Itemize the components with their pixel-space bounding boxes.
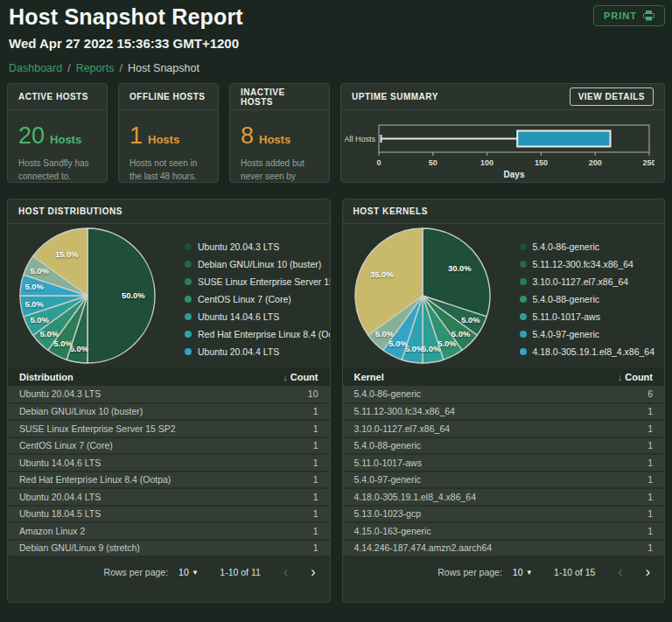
svg-text:150: 150 xyxy=(535,158,548,167)
card-title: ACTIVE HOSTS xyxy=(8,84,107,110)
legend-color-dot xyxy=(185,261,192,268)
legend-label: 5.4.0-88-generic xyxy=(533,294,599,304)
offline-hosts-card: OFFLINE HOSTS 1 Hosts Hosts not seen in … xyxy=(118,83,219,183)
row-name-cell: Ubuntu 18.04.5 LTS xyxy=(8,506,251,523)
legend-label: 5.11.0-1017-aws xyxy=(533,311,600,322)
row-count-cell: 1 xyxy=(585,420,664,437)
row-count-cell: 1 xyxy=(585,506,664,523)
row-count-cell: 1 xyxy=(251,540,330,557)
active-hosts-card: ACTIVE HOSTS 20 Hosts Hosts Sandfly has … xyxy=(7,83,108,183)
row-name-cell: Amazon Linux 2 xyxy=(8,522,251,540)
card-description: Hosts Sandfly has connected to. xyxy=(18,157,96,183)
page-range: 1-10 of 11 xyxy=(220,567,261,577)
legend-label: 5.11.12-300.fc34.x86_64 xyxy=(533,259,634,269)
report-panels: HOST DISTRIBUTIONS 50.0%5.0%5.0%5.0%5.0%… xyxy=(7,199,665,603)
table-row: Red Hat Enterprise Linux 8.4 (Ootpa)1 xyxy=(8,472,330,489)
table-row: 5.4.0-88-generic1 xyxy=(343,437,665,455)
kernels-legend: 5.4.0-86-generic5.11.12-300.fc34.x86_643… xyxy=(520,238,655,367)
svg-text:5.0%: 5.0% xyxy=(438,339,457,348)
breadcrumb-separator: / xyxy=(67,62,70,74)
card-description: Hosts added but never seen by Sandfly. xyxy=(241,157,318,183)
sort-descending-icon: ↓ xyxy=(283,372,288,382)
row-count-cell: 6 xyxy=(585,386,664,403)
rows-per-page-label: Rows per page: xyxy=(104,567,169,577)
legend-color-dot xyxy=(185,348,192,355)
svg-text:50: 50 xyxy=(429,158,438,167)
table-row: 4.18.0-305.19.1.el8_4.x86_641 xyxy=(343,488,665,506)
row-count-cell: 1 xyxy=(585,522,664,540)
table-row: 5.4.0-97-generic1 xyxy=(343,472,665,489)
svg-text:5.0%: 5.0% xyxy=(461,316,480,325)
legend-label: SUSE Linux Enterprise Server 15 SP2 xyxy=(198,276,331,287)
row-count-cell: 1 xyxy=(251,472,330,489)
column-header-kernel[interactable]: Kernel xyxy=(343,367,586,386)
row-count-cell: 1 xyxy=(585,472,664,489)
rows-per-page-select[interactable]: 10 ▾ xyxy=(178,567,197,577)
breadcrumb-link-reports[interactable]: Reports xyxy=(76,62,115,74)
report-date: Wed Apr 27 2022 15:36:33 GMT+1200 xyxy=(9,36,663,51)
svg-text:50.0%: 50.0% xyxy=(122,291,145,300)
next-page-button[interactable]: › xyxy=(311,565,315,579)
svg-text:Days: Days xyxy=(504,170,525,179)
svg-text:100: 100 xyxy=(480,158,494,167)
legend-color-dot xyxy=(185,331,192,338)
svg-text:35.0%: 35.0% xyxy=(369,270,393,279)
rows-per-page-select[interactable]: 10 ▾ xyxy=(513,567,531,577)
legend-color-dot xyxy=(520,243,527,250)
legend-color-dot xyxy=(520,261,527,268)
printer-icon xyxy=(643,10,654,21)
row-name-cell: Ubuntu 14.04.6 LTS xyxy=(8,454,251,472)
table-row: 5.11.12-300.fc34.x86_641 xyxy=(343,403,665,421)
column-header-distribution[interactable]: Distribution xyxy=(8,367,251,386)
row-count-cell: 1 xyxy=(251,437,330,455)
previous-page-button[interactable]: ‹ xyxy=(618,565,622,579)
next-page-button[interactable]: › xyxy=(646,565,650,579)
table-row: CentOS Linux 7 (Core)1 xyxy=(8,437,330,455)
print-button[interactable]: PRINT xyxy=(593,5,665,26)
row-name-cell: 5.13.0-1023-gcp xyxy=(343,506,586,523)
svg-text:250: 250 xyxy=(642,158,654,167)
legend-label: 3.10.0-1127.el7.x86_64 xyxy=(533,276,629,287)
legend-item: 4.18.0-305.19.1.el8_4.x86_64 xyxy=(520,343,655,360)
breadcrumb-link-dashboard[interactable]: Dashboard xyxy=(9,62,62,74)
svg-text:5.0%: 5.0% xyxy=(30,267,49,276)
row-count-cell: 1 xyxy=(585,488,664,506)
summary-cards: ACTIVE HOSTS 20 Hosts Hosts Sandfly has … xyxy=(7,83,665,183)
svg-text:200: 200 xyxy=(589,158,602,167)
legend-item: Debian GNU/Linux 10 (buster) xyxy=(185,255,331,273)
breadcrumb-separator: / xyxy=(119,62,122,74)
legend-color-dot xyxy=(185,243,192,250)
previous-page-button[interactable]: ‹ xyxy=(284,565,288,579)
legend-item: Ubuntu 20.04.4 LTS xyxy=(185,343,331,360)
hosts-unit-label: Hosts xyxy=(50,133,81,146)
panel-title: HOST KERNELS xyxy=(343,199,665,224)
host-distributions-panel: HOST DISTRIBUTIONS 50.0%5.0%5.0%5.0%5.0%… xyxy=(7,199,331,603)
column-header-count[interactable]: ↓Count xyxy=(251,367,330,386)
svg-text:5.0%: 5.0% xyxy=(70,345,89,353)
svg-text:5.0%: 5.0% xyxy=(30,316,49,325)
legend-item: 5.4.0-97-generic xyxy=(520,325,655,343)
table-row: 4.14.246-187.474.amzn2.aarch641 xyxy=(343,540,665,557)
report-header: Host Snapshot Report PRINT Wed Apr 27 20… xyxy=(0,0,672,74)
hosts-unit-label: Hosts xyxy=(148,133,179,146)
table-row: Amazon Linux 21 xyxy=(8,522,330,540)
page-range: 1-10 of 15 xyxy=(554,567,595,577)
svg-text:5.0%: 5.0% xyxy=(374,330,394,339)
legend-color-dot xyxy=(520,313,527,320)
svg-text:5.0%: 5.0% xyxy=(53,339,73,348)
svg-text:5.0%: 5.0% xyxy=(421,345,440,353)
hosts-unit-label: Hosts xyxy=(259,133,290,146)
row-count-cell: 1 xyxy=(585,540,664,557)
distributions-pie-chart: 50.0%5.0%5.0%5.0%5.0%5.0%5.0%5.0%15.0% xyxy=(18,227,157,365)
row-name-cell: 5.4.0-88-generic xyxy=(343,437,586,455)
column-header-count[interactable]: ↓Count xyxy=(585,367,664,386)
card-description: Hosts not seen in the last 48 hours. xyxy=(130,157,207,183)
row-name-cell: 5.11.12-300.fc34.x86_64 xyxy=(343,403,586,421)
legend-label: 4.18.0-305.19.1.el8_4.x86_64 xyxy=(533,346,655,357)
table-row: Ubuntu 20.04.4 LTS1 xyxy=(8,488,330,506)
breadcrumb-current: Host Snapshot xyxy=(128,62,200,74)
page-title: Host Snapshot Report xyxy=(9,4,663,30)
legend-label: CentOS Linux 7 (Core) xyxy=(198,294,291,304)
svg-text:30.0%: 30.0% xyxy=(448,264,472,273)
view-details-button[interactable]: VIEW DETAILS xyxy=(570,87,654,106)
